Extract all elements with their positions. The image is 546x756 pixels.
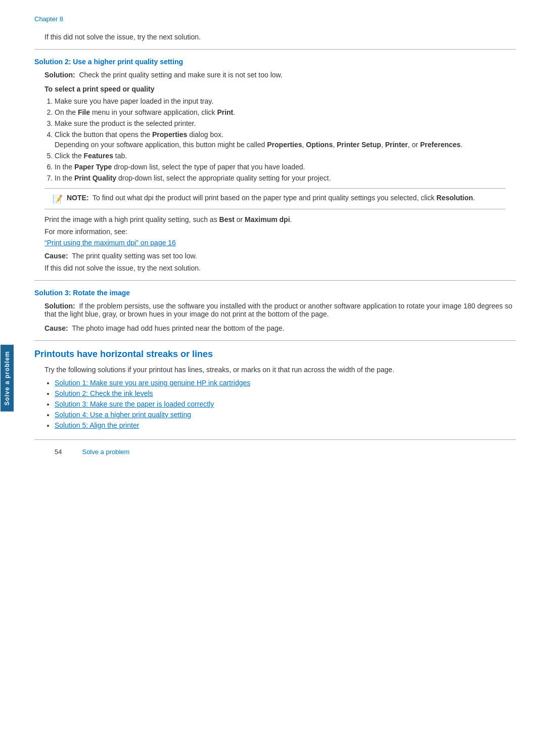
- divider-1: [34, 49, 516, 50]
- solution3-cause-body: The photo image had odd hues printed nea…: [72, 324, 284, 332]
- solution2-section: Solution 2: Use a higher print quality s…: [34, 58, 516, 272]
- note-icon: 📝: [53, 194, 63, 204]
- link-4-text[interactable]: Solution 4: Use a higher print quality s…: [55, 411, 191, 419]
- solution2-steps-list: Make sure you have paper loaded in the i…: [55, 97, 516, 182]
- link-2-text[interactable]: Solution 2: Check the ink levels: [55, 389, 153, 397]
- for-more-info-label: For more information, see:: [44, 228, 516, 236]
- solution2-subheading: To select a print speed or quality: [44, 85, 516, 93]
- step-7: In the Print Quality drop-down list, sel…: [55, 174, 516, 182]
- chapter-header: Chapter 8: [34, 15, 516, 23]
- solution3-cause-text: Cause: The photo image had odd hues prin…: [44, 324, 516, 332]
- solution2-heading: Solution 2: Use a higher print quality s…: [34, 58, 516, 66]
- step-1: Make sure you have paper loaded in the i…: [55, 97, 516, 105]
- solution2-end-text: If this did not solve the issue, try the…: [44, 264, 516, 272]
- step-5: Click the Features tab.: [55, 152, 516, 160]
- section-heading: Printouts have horizontal streaks or lin…: [34, 349, 516, 360]
- step-4-continuation: Depending on your software application, …: [55, 141, 516, 149]
- solution3-heading: Solution 3: Rotate the image: [34, 289, 516, 297]
- step-6: In the Paper Type drop-down list, select…: [55, 163, 516, 171]
- solution2-cause-text: Cause: The print quality setting was set…: [44, 252, 516, 260]
- link-1-text[interactable]: Solution 1: Make sure you are using genu…: [55, 379, 250, 387]
- note-label: NOTE:: [67, 194, 89, 202]
- divider-3: [34, 340, 516, 341]
- main-content: Chapter 8 If this did not solve the issu…: [14, 0, 546, 756]
- solution2-solution-label: Solution:: [44, 71, 75, 79]
- link-item-4[interactable]: Solution 4: Use a higher print quality s…: [55, 411, 516, 419]
- solution2-cause-body: The print quality setting was set too lo…: [72, 252, 197, 260]
- solution2-cause-label: Cause:: [44, 252, 68, 260]
- link-3-text[interactable]: Solution 3: Make sure the paper is loade…: [55, 400, 214, 408]
- step-3: Make sure the product is the selected pr…: [55, 119, 516, 127]
- solution3-solution-body: If the problem persists, use the softwar…: [44, 302, 512, 318]
- link-5-text[interactable]: Solution 5: Align the printer: [55, 421, 139, 429]
- link-item-2[interactable]: Solution 2: Check the ink levels: [55, 389, 516, 397]
- side-tab-label: Solve a problem: [1, 345, 14, 412]
- print-quality-text: Print the image with a high print qualit…: [44, 215, 516, 224]
- max-dpi-link[interactable]: “Print using the maximum dpi” on page 16: [44, 239, 516, 247]
- link-item-5[interactable]: Solution 5: Align the printer: [55, 421, 516, 429]
- section-intro-text: Try the following solutions if your prin…: [44, 366, 516, 374]
- step-2: On the File menu in your software applic…: [55, 108, 516, 116]
- solution2-solution-text: Solution: Check the print quality settin…: [44, 71, 516, 79]
- solution3-solution-text: Solution: If the problem persists, use t…: [44, 302, 516, 318]
- note-content: NOTE: To find out what dpi the product w…: [67, 194, 497, 204]
- step-1-text: Make sure you have paper loaded in the i…: [55, 97, 213, 105]
- step-4: Click the button that opens the Properti…: [55, 130, 516, 149]
- max-dpi-link-text[interactable]: “Print using the maximum dpi” on page 16: [44, 239, 176, 247]
- solution2-solution-body: Check the print quality setting and make…: [79, 71, 282, 79]
- solution3-solution-label: Solution:: [44, 302, 75, 310]
- side-tab: Solve a problem: [0, 0, 14, 756]
- divider-2: [34, 280, 516, 281]
- step-3-text: Make sure the product is the selected pr…: [55, 119, 196, 127]
- link-item-1[interactable]: Solution 1: Make sure you are using genu…: [55, 379, 516, 387]
- section-links-list: Solution 1: Make sure you are using genu…: [55, 379, 516, 429]
- note-box: 📝 NOTE: To find out what dpi the product…: [44, 188, 506, 209]
- solution3-cause-label: Cause:: [44, 324, 68, 332]
- footer-section-label: Solve a problem: [82, 448, 129, 456]
- footer-page-number: 54: [55, 448, 62, 456]
- link-item-3[interactable]: Solution 3: Make sure the paper is loade…: [55, 400, 516, 408]
- intro-text: If this did not solve the issue, try the…: [44, 33, 516, 41]
- page-footer: 54 Solve a problem: [34, 439, 516, 464]
- solution3-section: Solution 3: Rotate the image Solution: I…: [34, 289, 516, 332]
- horizontal-streaks-section: Printouts have horizontal streaks or lin…: [34, 349, 516, 429]
